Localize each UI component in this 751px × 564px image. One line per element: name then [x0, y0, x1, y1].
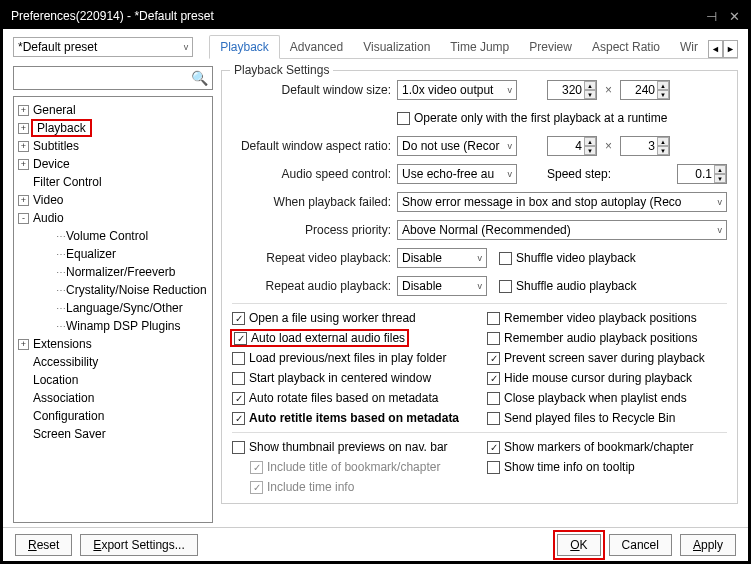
checkbox[interactable]: [487, 312, 500, 325]
tree-item-crystality-noise-reduction[interactable]: ⋯Crystality/Noise Reduction: [16, 281, 210, 299]
checkbox[interactable]: ✓: [234, 332, 247, 345]
search-input[interactable]: [18, 71, 191, 85]
checkbox[interactable]: ✓: [232, 392, 245, 405]
tree-item-volume-control[interactable]: ⋯Volume Control: [16, 227, 210, 245]
chevron-down-icon: v: [508, 141, 513, 151]
tree-item-equalizer[interactable]: ⋯Equalizer: [16, 245, 210, 263]
tree-item-filter-control[interactable]: Filter Control: [16, 173, 210, 191]
label-shuffle-audio: Shuffle audio playback: [516, 279, 637, 293]
chevron-down-icon: v: [718, 197, 723, 207]
checkbox[interactable]: ✓: [487, 352, 500, 365]
close-icon[interactable]: ✕: [729, 9, 740, 24]
spin-down[interactable]: ▼: [584, 146, 596, 155]
tab-preview[interactable]: Preview: [519, 36, 582, 58]
tab-timejump[interactable]: Time Jump: [440, 36, 519, 58]
apply-button[interactable]: Apply: [680, 534, 736, 556]
spin-down[interactable]: ▼: [657, 90, 669, 99]
tab-visualization[interactable]: Visualization: [353, 36, 440, 58]
tree-item-accessibility[interactable]: Accessibility: [16, 353, 210, 371]
tree-label: Location: [33, 373, 78, 387]
tree-item-association[interactable]: Association: [16, 389, 210, 407]
tab-aspectratio[interactable]: Aspect Ratio: [582, 36, 670, 58]
select-repeat-audio[interactable]: Disablev: [397, 276, 487, 296]
checkbox[interactable]: [232, 441, 245, 454]
tree-item-configuration[interactable]: Configuration: [16, 407, 210, 425]
preset-select[interactable]: *Default preset v: [13, 37, 193, 57]
expand-icon[interactable]: +: [18, 105, 29, 116]
select-aspect[interactable]: Do not use (Recorv: [397, 136, 517, 156]
export-button[interactable]: Export Settings...: [80, 534, 197, 556]
checkbox-label: Send played files to Recycle Bin: [504, 411, 675, 425]
select-default-window-size[interactable]: 1.0x video outputv: [397, 80, 517, 100]
preset-row: *Default preset v Playback Advanced Visu…: [3, 29, 748, 62]
tab-more[interactable]: Wir: [670, 36, 708, 58]
tree-item-subtitles[interactable]: +Subtitles: [16, 137, 210, 155]
tree-item-normalizer-freeverb[interactable]: ⋯Normalizer/Freeverb: [16, 263, 210, 281]
checkbox-shuffle-audio[interactable]: [499, 280, 512, 293]
cancel-button[interactable]: Cancel: [609, 534, 672, 556]
pin-icon[interactable]: ⊣: [706, 9, 717, 24]
tab-playback[interactable]: Playback: [209, 35, 280, 59]
select-repeat-video[interactable]: Disablev: [397, 248, 487, 268]
checkbox[interactable]: ✓: [487, 441, 500, 454]
select-priority[interactable]: Above Normal (Recommended)v: [397, 220, 727, 240]
checkbox-operate-first[interactable]: [397, 112, 410, 125]
tree-item-screen-saver[interactable]: Screen Saver: [16, 425, 210, 443]
checkbox[interactable]: [232, 372, 245, 385]
input-width[interactable]: ▲▼: [547, 80, 597, 100]
spin-up[interactable]: ▲: [657, 137, 669, 146]
spin-down[interactable]: ▼: [657, 146, 669, 155]
expand-icon[interactable]: +: [18, 195, 29, 206]
tree-item-video[interactable]: +Video: [16, 191, 210, 209]
spin-up[interactable]: ▲: [714, 165, 726, 174]
tree-label: Device: [33, 157, 70, 171]
tab-advanced[interactable]: Advanced: [280, 36, 353, 58]
tree-item-device[interactable]: +Device: [16, 155, 210, 173]
input-speed-step[interactable]: ▲▼: [677, 164, 727, 184]
tree-item-playback[interactable]: +Playback: [16, 119, 210, 137]
category-tree[interactable]: +General+Playback+Subtitles+DeviceFilter…: [13, 96, 213, 523]
tab-scroll-left[interactable]: ◄: [708, 40, 723, 58]
input-aspect-b[interactable]: ▲▼: [620, 136, 670, 156]
spin-up[interactable]: ▲: [657, 81, 669, 90]
tree-item-winamp-dsp-plugins[interactable]: ⋯Winamp DSP Plugins: [16, 317, 210, 335]
checkbox[interactable]: [487, 332, 500, 345]
spin-up[interactable]: ▲: [584, 81, 596, 90]
tree-item-language-sync-other[interactable]: ⋯Language/Sync/Other: [16, 299, 210, 317]
select-failed[interactable]: Show error message in box and stop autop…: [397, 192, 727, 212]
checkbox[interactable]: ✓: [232, 312, 245, 325]
checkbox[interactable]: [487, 461, 500, 474]
collapse-icon[interactable]: -: [18, 213, 29, 224]
reset-button[interactable]: Reset: [15, 534, 72, 556]
tree-item-audio[interactable]: -Audio: [16, 209, 210, 227]
checkbox-shuffle-video[interactable]: [499, 252, 512, 265]
checkbox-label: Prevent screen saver during playback: [504, 351, 705, 365]
input-height[interactable]: ▲▼: [620, 80, 670, 100]
tree-item-general[interactable]: +General: [16, 101, 210, 119]
checkbox[interactable]: [487, 412, 500, 425]
expand-icon[interactable]: +: [18, 123, 29, 134]
tree-item-extensions[interactable]: +Extensions: [16, 335, 210, 353]
label-shuffle-video: Shuffle video playback: [516, 251, 636, 265]
select-audio-speed[interactable]: Use echo-free auv: [397, 164, 517, 184]
input-aspect-a[interactable]: ▲▼: [547, 136, 597, 156]
expand-icon[interactable]: +: [18, 339, 29, 350]
search-box[interactable]: 🔍: [13, 66, 213, 90]
checkbox[interactable]: ✓: [232, 412, 245, 425]
tab-scroll-right[interactable]: ►: [723, 40, 738, 58]
checkbox[interactable]: ✓: [487, 372, 500, 385]
tree-label: Winamp DSP Plugins: [66, 319, 181, 333]
tree-item-location[interactable]: Location: [16, 371, 210, 389]
tree-label: Normalizer/Freeverb: [66, 265, 175, 279]
checkbox[interactable]: [487, 392, 500, 405]
bottom-bar: Reset Export Settings... OK Cancel Apply: [3, 527, 748, 561]
expand-icon[interactable]: +: [18, 159, 29, 170]
checkbox[interactable]: [232, 352, 245, 365]
chevron-down-icon: v: [508, 169, 513, 179]
expand-icon[interactable]: +: [18, 141, 29, 152]
checkbox-label: Show time info on tooltip: [504, 460, 635, 474]
ok-button[interactable]: OK: [557, 534, 600, 556]
spin-up[interactable]: ▲: [584, 137, 596, 146]
spin-down[interactable]: ▼: [714, 174, 726, 183]
spin-down[interactable]: ▼: [584, 90, 596, 99]
